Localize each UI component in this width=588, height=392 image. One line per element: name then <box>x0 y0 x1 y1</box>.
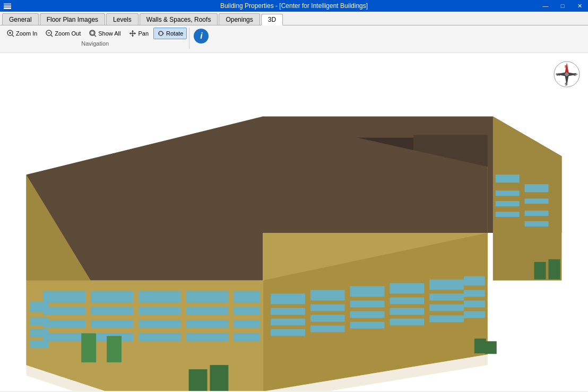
svg-rect-80 <box>43 333 85 341</box>
svg-rect-86 <box>310 290 345 301</box>
svg-rect-54 <box>525 198 549 204</box>
svg-marker-15 <box>132 30 134 32</box>
svg-rect-75 <box>43 320 85 328</box>
app-icon <box>3 2 12 12</box>
svg-rect-59 <box>548 259 560 280</box>
svg-rect-115 <box>81 333 96 362</box>
svg-rect-84 <box>234 333 260 341</box>
navigation-label: Navigation <box>81 40 109 47</box>
svg-rect-107 <box>429 315 464 322</box>
svg-rect-70 <box>43 307 85 315</box>
svg-rect-109 <box>30 302 49 312</box>
svg-rect-67 <box>139 291 181 303</box>
svg-rect-116 <box>107 336 122 362</box>
toolbar-buttons: Zoom In Zoom Out Show All <box>3 28 187 39</box>
svg-rect-60 <box>534 262 546 280</box>
svg-marker-17 <box>129 32 131 34</box>
window-title: Building Properties - [Center for Intell… <box>220 2 368 10</box>
zoom-in-icon <box>7 30 14 37</box>
svg-rect-111 <box>30 329 49 337</box>
svg-rect-69 <box>234 291 260 303</box>
rotate-icon <box>157 30 165 37</box>
svg-rect-89 <box>429 280 464 290</box>
svg-rect-78 <box>186 320 229 328</box>
svg-rect-99 <box>350 311 385 318</box>
show-all-button[interactable]: Show All <box>85 28 124 39</box>
pan-icon <box>129 30 136 37</box>
svg-rect-110 <box>30 317 49 325</box>
info-button[interactable]: i <box>194 29 209 43</box>
svg-text:S: S <box>565 82 568 86</box>
svg-rect-83 <box>186 333 229 341</box>
svg-rect-2 <box>4 3 11 5</box>
svg-rect-118 <box>485 341 497 354</box>
svg-rect-68 <box>186 291 229 303</box>
svg-text:E: E <box>574 72 577 77</box>
toolbar-divider <box>189 28 189 49</box>
svg-line-9 <box>51 35 53 37</box>
svg-rect-52 <box>525 184 549 192</box>
tab-3d[interactable]: 3D <box>261 14 283 25</box>
svg-rect-103 <box>271 329 305 336</box>
svg-rect-57 <box>496 212 520 217</box>
svg-rect-97 <box>271 318 305 325</box>
svg-rect-95 <box>429 294 464 301</box>
svg-rect-74 <box>234 307 260 315</box>
svg-rect-105 <box>350 321 385 328</box>
close-button[interactable]: ✕ <box>571 0 588 12</box>
tab-floor-plan-images[interactable]: Floor Plan Images <box>40 13 105 25</box>
svg-rect-90 <box>464 276 485 286</box>
svg-rect-53 <box>496 190 520 196</box>
tab-general[interactable]: General <box>2 13 39 25</box>
svg-rect-66 <box>91 291 133 303</box>
svg-rect-101 <box>429 304 464 311</box>
zoom-in-button[interactable]: Zoom In <box>3 28 41 39</box>
svg-rect-58 <box>525 221 549 227</box>
pan-button[interactable]: Pan <box>125 28 152 39</box>
minimize-button[interactable]: — <box>537 0 554 12</box>
svg-text:N: N <box>565 64 568 69</box>
svg-rect-11 <box>91 31 94 34</box>
svg-rect-104 <box>310 325 345 332</box>
svg-rect-106 <box>390 318 424 325</box>
title-bar: Building Properties - [Center for Intell… <box>0 0 588 12</box>
window-controls: — □ ✕ <box>537 0 588 12</box>
main-view: N S E W <box>0 53 588 391</box>
tab-levels[interactable]: Levels <box>106 13 139 25</box>
maximize-button[interactable]: □ <box>554 0 571 12</box>
svg-rect-96 <box>464 290 485 297</box>
svg-rect-55 <box>496 201 520 206</box>
canvas-area[interactable]: N S E W <box>0 53 588 391</box>
svg-rect-93 <box>350 301 385 308</box>
svg-rect-112 <box>30 340 49 348</box>
zoom-out-icon <box>46 30 53 37</box>
svg-rect-1 <box>4 5 11 7</box>
svg-rect-72 <box>139 307 181 315</box>
svg-rect-77 <box>139 320 181 328</box>
building-3d-view <box>0 53 588 391</box>
svg-rect-85 <box>271 294 305 304</box>
svg-rect-94 <box>390 298 424 304</box>
svg-rect-100 <box>390 308 424 315</box>
tab-openings[interactable]: Openings <box>219 13 260 25</box>
svg-rect-82 <box>139 333 181 341</box>
svg-rect-56 <box>525 211 549 216</box>
svg-rect-73 <box>186 307 229 315</box>
show-all-icon <box>89 30 97 37</box>
svg-rect-102 <box>464 301 485 308</box>
svg-rect-108 <box>464 311 485 318</box>
svg-rect-113 <box>189 369 207 391</box>
svg-rect-0 <box>4 7 11 9</box>
svg-rect-79 <box>234 320 260 328</box>
rotate-button[interactable]: Rotate <box>153 28 187 39</box>
zoom-out-button[interactable]: Zoom Out <box>42 28 84 39</box>
tab-walls-spaces-roofs[interactable]: Walls & Spaces, Roofs <box>140 13 218 25</box>
svg-rect-87 <box>350 286 385 297</box>
svg-rect-88 <box>390 283 424 294</box>
svg-text:W: W <box>556 72 560 77</box>
svg-line-6 <box>12 35 14 37</box>
svg-rect-114 <box>210 365 228 391</box>
svg-rect-51 <box>496 175 520 182</box>
svg-rect-117 <box>474 338 486 353</box>
navigation-group: Zoom In Zoom Out Show All <box>3 28 187 47</box>
